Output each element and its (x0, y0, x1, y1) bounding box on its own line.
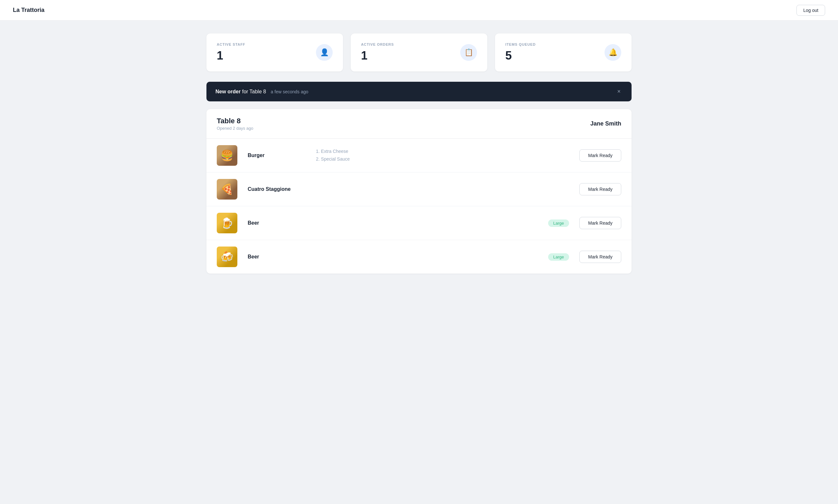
item-badge: Large (548, 253, 569, 261)
stat-value-1: 1 (361, 49, 394, 62)
table-staff: Jane Smith (590, 120, 621, 127)
item-modifiers: 1. Extra Cheese2. Special Sauce (305, 148, 579, 163)
stat-info-1: ACTIVE ORDERS 1 (361, 42, 394, 62)
item-image (217, 213, 237, 233)
stat-info-2: ITEMS QUEUED 5 (505, 42, 536, 62)
notification-timestamp: a few seconds ago (271, 89, 309, 94)
notification-bold: New order (215, 89, 241, 94)
item-badge: Large (548, 219, 569, 227)
item-name: Burger (248, 152, 305, 158)
app-title: La Trattoria (13, 7, 45, 14)
bell-icon: 🔔 (605, 44, 621, 61)
item-name: Beer (248, 254, 305, 260)
stats-row: ACTIVE STAFF 1 👤 ACTIVE ORDERS 1 📋 ITEMS… (206, 34, 632, 71)
mark-ready-button[interactable]: Mark Ready (579, 183, 621, 195)
item-name: Cuatro Staggione (248, 186, 305, 192)
order-item: Beer Large Mark Ready (206, 206, 632, 240)
clipboard-icon: 📋 (460, 44, 477, 61)
order-item: Beer Large Mark Ready (206, 240, 632, 273)
order-items-container: Burger 1. Extra Cheese2. Special Sauce M… (206, 139, 632, 273)
stat-info-0: ACTIVE STAFF 1 (217, 42, 245, 62)
logout-button[interactable]: Log out (797, 5, 825, 16)
table-card-header: Table 8 Opened 2 days ago Jane Smith (206, 109, 632, 139)
notification-text: New order for Table 8 a few seconds ago (215, 89, 308, 95)
order-item: Burger 1. Extra Cheese2. Special Sauce M… (206, 139, 632, 173)
item-image (217, 247, 237, 267)
mark-ready-button[interactable]: Mark Ready (579, 217, 621, 229)
modifier-text: 1. Extra Cheese (316, 148, 569, 156)
notification-banner: New order for Table 8 a few seconds ago … (206, 82, 632, 102)
person-icon: 👤 (316, 44, 333, 61)
item-image (217, 145, 237, 166)
stat-value-0: 1 (217, 49, 245, 62)
table-card: Table 8 Opened 2 days ago Jane Smith Bur… (206, 109, 632, 273)
stat-value-2: 5 (505, 49, 536, 62)
stat-label-2: ITEMS QUEUED (505, 42, 536, 46)
stat-label-0: ACTIVE STAFF (217, 42, 245, 46)
table-info: Table 8 Opened 2 days ago (217, 117, 253, 131)
stat-card-2: ITEMS QUEUED 5 🔔 (495, 34, 632, 71)
notification-close-button[interactable]: × (615, 88, 623, 95)
item-name: Beer (248, 220, 305, 226)
order-item: Cuatro Staggione Mark Ready (206, 173, 632, 206)
main-content: ACTIVE STAFF 1 👤 ACTIVE ORDERS 1 📋 ITEMS… (194, 21, 644, 286)
mark-ready-button[interactable]: Mark Ready (579, 251, 621, 263)
table-opened: Opened 2 days ago (217, 126, 253, 131)
mark-ready-button[interactable]: Mark Ready (579, 149, 621, 162)
stat-card-1: ACTIVE ORDERS 1 📋 (351, 34, 487, 71)
stat-label-1: ACTIVE ORDERS (361, 42, 394, 46)
table-name: Table 8 (217, 117, 253, 125)
stat-card-0: ACTIVE STAFF 1 👤 (206, 34, 343, 71)
item-image (217, 179, 237, 200)
app-header: La Trattoria Log out (0, 0, 838, 21)
notification-rest: for Table 8 (241, 89, 266, 94)
modifier-text: 2. Special Sauce (316, 156, 569, 163)
